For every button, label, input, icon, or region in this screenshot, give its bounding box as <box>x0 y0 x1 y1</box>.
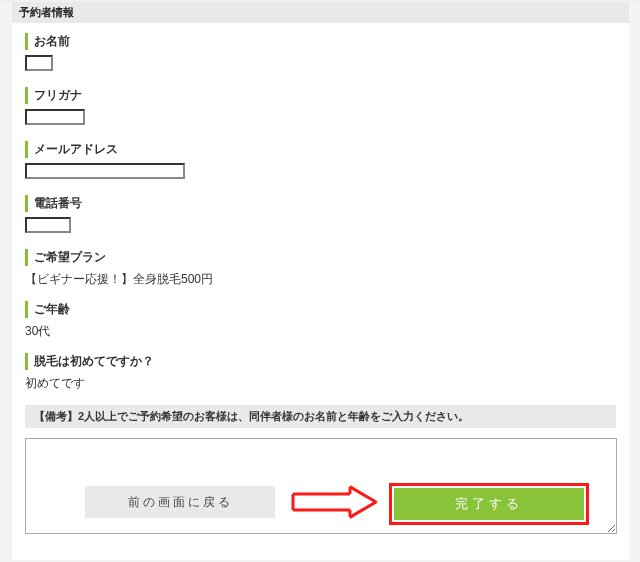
value-age: 30代 <box>25 323 629 340</box>
button-row: 前の画面に戻る 完了する <box>12 483 629 525</box>
label-phone: 電話番号 <box>25 195 629 212</box>
value-box-phone <box>25 217 71 233</box>
back-wrap: 前の画面に戻る <box>85 486 275 518</box>
back-button[interactable]: 前の画面に戻る <box>85 486 275 518</box>
field-name: お名前 <box>12 33 629 74</box>
remarks-header: 【備考】2人以上でご予約希望のお客様は、同伴者様のお名前と年齢をご入力ください。 <box>25 405 616 428</box>
field-kana: フリガナ <box>12 87 629 128</box>
arrow-icon <box>290 483 380 523</box>
done-highlight: 完了する <box>389 483 589 525</box>
field-email: メールアドレス <box>12 141 629 182</box>
label-first: 脱毛は初めてですか？ <box>25 353 629 370</box>
label-age: ご年齢 <box>25 301 629 318</box>
field-first: 脱毛は初めてですか？ 初めてです <box>12 353 629 392</box>
value-first: 初めてです <box>25 375 629 392</box>
field-plan: ご希望プラン 【ビギナー応援！】全身脱毛500円 <box>12 249 629 288</box>
svg-line-6 <box>350 487 376 502</box>
label-kana: フリガナ <box>25 87 629 104</box>
section-title: 予約者情報 <box>12 2 629 23</box>
label-name: お名前 <box>25 33 629 50</box>
field-age: ご年齢 30代 <box>12 301 629 340</box>
field-phone: 電話番号 <box>12 195 629 236</box>
panel: 予約者情報 お名前 フリガナ メールアドレス 電話番号 ご希望プラン 【ビギナー… <box>12 2 629 560</box>
label-email: メールアドレス <box>25 141 629 158</box>
value-plan: 【ビギナー応援！】全身脱毛500円 <box>25 271 629 288</box>
label-plan: ご希望プラン <box>25 249 629 266</box>
page: 予約者情報 お名前 フリガナ メールアドレス 電話番号 ご希望プラン 【ビギナー… <box>0 2 640 562</box>
value-box-kana <box>25 109 85 125</box>
done-button[interactable]: 完了する <box>394 488 584 520</box>
svg-line-7 <box>350 502 376 517</box>
value-box-name <box>25 55 53 71</box>
value-box-email <box>25 163 185 179</box>
